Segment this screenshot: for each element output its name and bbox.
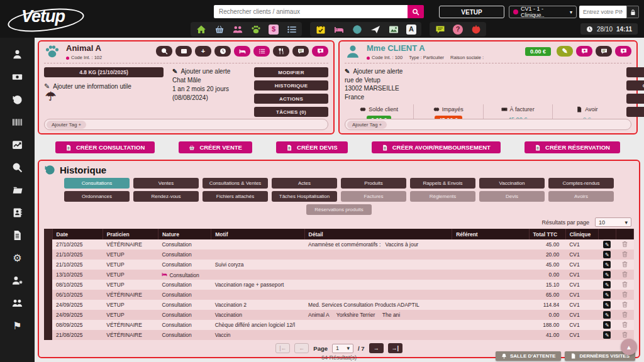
clock-mini-button[interactable] [214, 46, 231, 57]
toolbar-laba-button[interactable]: A [406, 25, 416, 35]
delete-row-button[interactable] [621, 280, 628, 290]
magnifier-mini-button[interactable] [156, 46, 172, 57]
waiting-room-button[interactable]: SALLE D'ATTENTE [496, 351, 561, 361]
t-ches-0--button[interactable]: TÂCHES (0) [626, 107, 644, 117]
chatmoney-mini-button[interactable] [615, 46, 631, 57]
search-input[interactable] [214, 5, 408, 18]
clinic-select[interactable]: CV1 - 1 - Clinique.. ▾ [509, 6, 577, 18]
tab-avoirs[interactable]: Avoirs [548, 191, 614, 202]
delete-row-button[interactable] [621, 260, 628, 270]
weight-button[interactable]: 4.8 KG (21/10/2025) [44, 67, 164, 77]
edit-row-button[interactable]: ✎ [603, 251, 611, 258]
toolbar-basket-button[interactable] [214, 24, 225, 35]
rendez-vous-button[interactable]: RENDEZ-VOUS [626, 94, 644, 104]
plus-mini-button[interactable]: + [195, 46, 211, 57]
cr-er-vente-button[interactable]: CRÉER VENTE [179, 141, 252, 153]
sidebar-item-chart[interactable] [11, 139, 25, 151]
modifier-button[interactable]: MODIFIER [626, 67, 644, 77]
tab-consultations[interactable]: Consultations [64, 178, 130, 189]
bed-mini-button[interactable] [234, 46, 250, 57]
edit-row-button[interactable]: ✎ [603, 321, 611, 329]
add-alert-link[interactable]: ✎Ajouter une alerte [172, 67, 249, 76]
cr-er-consultation-button[interactable]: CRÉER CONSULTATION [55, 141, 155, 153]
table-row[interactable]: 06/10/2025VÉTÉRINAIREConsultation65.00CV… [44, 290, 634, 300]
tab-rappels-envois[interactable]: Rappels & Envois [410, 178, 475, 189]
umbrella-icon[interactable]: ☂ [45, 90, 167, 102]
table-row[interactable]: 21/08/2025VÉTÉRINAIREConsultationVaccin4… [44, 330, 634, 340]
edit-row-button[interactable]: ✎ [603, 241, 611, 248]
delete-row-button[interactable] [621, 300, 628, 310]
delete-row-button[interactable] [621, 270, 628, 280]
sidebar-item-history[interactable] [11, 94, 25, 106]
cr-er-devis-button[interactable]: CRÉER DEVIS [276, 141, 347, 153]
sidebar-item-user[interactable] [11, 48, 25, 60]
sidebar-item-file[interactable] [11, 229, 25, 241]
toolbar-question-button[interactable]: ? [453, 25, 463, 35]
cr-er-avoir-remboursement-button[interactable]: CRÉER AVOIR/REMBOURSEMENT [372, 141, 501, 153]
sidebar-item-usergear[interactable] [11, 275, 25, 287]
edit-row-button[interactable]: ✎ [603, 311, 611, 319]
table-row[interactable]: 24/09/2025VETUPConsultationVaccinationAn… [44, 310, 634, 320]
toolbar-users-button[interactable] [232, 24, 243, 35]
actions-button[interactable]: ACTIONS [254, 94, 328, 104]
pagination-next-button[interactable]: → [369, 343, 384, 353]
tab-vaccination[interactable]: Vaccination [479, 178, 545, 189]
tab-actes[interactable]: Actes [272, 178, 337, 189]
edit-row-button[interactable]: ✎ [603, 331, 611, 339]
sidebar-item-banknote[interactable] [11, 71, 25, 83]
delete-row-button[interactable] [621, 290, 628, 300]
toolbar-home-button[interactable] [196, 24, 206, 35]
toolbar-chat-button[interactable] [435, 24, 445, 35]
animal-tag-bar[interactable]: Ajouter Tag + [44, 119, 328, 130]
add-info-link[interactable]: ✎Ajouter une information utile [44, 83, 167, 90]
tab-factures[interactable]: Factures [341, 191, 406, 202]
pagination-prev-button[interactable]: ← [294, 343, 309, 353]
table-row[interactable]: 13/10/2025VETUPConsultation0.00CV1✎ [44, 270, 634, 280]
historique-button[interactable]: HISTORIQUE [254, 80, 328, 90]
edit-row-button[interactable]: ✎ [603, 281, 611, 288]
toolbar-web-button[interactable] [352, 24, 362, 35]
card-mini-button[interactable] [175, 46, 192, 57]
delete-row-button[interactable] [621, 321, 628, 330]
chat-mini-button[interactable] [292, 46, 309, 57]
delete-row-button[interactable] [621, 250, 628, 260]
table-row[interactable]: 24/09/2025VETUPConsultationVaccination 2… [44, 300, 634, 310]
site-button[interactable]: VETUP [439, 6, 504, 18]
tab-t-ches-hospitalisation[interactable]: Tâches Hospitalisation [272, 191, 337, 202]
toolbar-power-button[interactable] [470, 24, 481, 35]
edit-row-button[interactable]: ✎ [603, 261, 611, 268]
tab-consultations-ventes[interactable]: Consultations & Ventes [203, 178, 268, 189]
tab-fichiers-attach-s[interactable]: Fichiers attachés [203, 191, 268, 202]
sidebar-item-flag[interactable]: ⚑ [11, 320, 25, 332]
tab-r-servations-produits[interactable]: Réservations produits [306, 204, 372, 215]
toolbar-calendar-button[interactable] [315, 24, 326, 35]
delete-row-button[interactable] [621, 240, 628, 250]
add-tag-button[interactable]: Ajouter Tag + [347, 121, 387, 129]
edit-row-button[interactable]: ✎ [603, 271, 611, 278]
tab-ventes[interactable]: Ventes [133, 178, 199, 189]
sidebar-item-book[interactable] [11, 207, 25, 219]
tab-produits[interactable]: Produits [341, 178, 406, 189]
edit-row-button[interactable]: ✎ [603, 291, 611, 299]
toolbar-tasks-button[interactable] [286, 24, 297, 35]
results-per-page-select[interactable]: 10 ▾ [595, 217, 631, 227]
sidebar-item-barcode[interactable] [11, 116, 25, 128]
table-row[interactable]: 27/10/2025VÉTÉRINAIREConsultationAnamnès… [44, 239, 634, 250]
chatmoney-mini-button[interactable] [576, 46, 592, 57]
toolbar-dollar-button[interactable]: $ [269, 25, 279, 35]
table-row[interactable]: 21/10/2025VETUPConsultation20.00CV1✎ [44, 250, 634, 260]
sidebar-item-users[interactable] [11, 297, 25, 309]
pagination-last-button[interactable]: →| [388, 343, 402, 353]
chat-mini-button[interactable] [596, 46, 612, 57]
toolbar-image-button[interactable] [388, 24, 399, 35]
cr-er-r-servation-button[interactable]: CRÉER RÉSERVATION [525, 141, 620, 153]
tab-comptes-rendus[interactable]: Comptes-rendus [548, 178, 614, 189]
sidebar-item-folder[interactable] [11, 184, 25, 196]
utensils-mini-button[interactable] [273, 46, 289, 57]
tab-ordonnances[interactable]: Ordonnances [64, 191, 130, 202]
lock-button[interactable] [626, 6, 639, 18]
toolbar-paw-button[interactable] [250, 24, 261, 35]
scroll-top-button[interactable]: ▲ [621, 339, 637, 355]
edit-row-button[interactable]: ✎ [603, 301, 611, 309]
toolbar-bed-button[interactable] [333, 24, 344, 35]
